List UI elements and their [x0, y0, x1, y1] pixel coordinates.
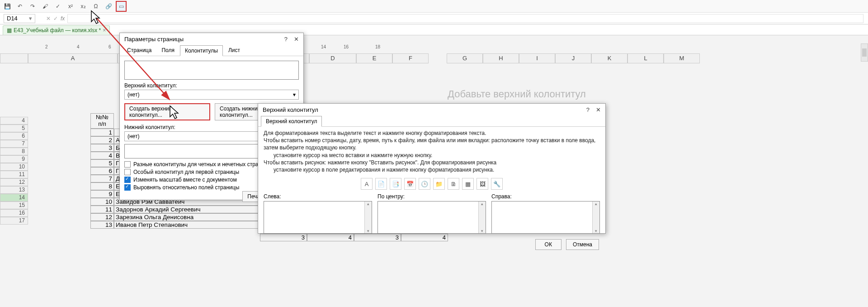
- cell-name[interactable]: Задорнов Аркадий Сергеевич: [114, 206, 259, 213]
- fx-icon[interactable]: fx: [61, 15, 65, 22]
- sheet-name-icon[interactable]: ▦: [462, 178, 474, 190]
- row-header[interactable]: 17: [0, 217, 28, 225]
- cell-num[interactable]: 10: [90, 198, 114, 206]
- row-header[interactable]: 15: [0, 201, 28, 209]
- undo-icon[interactable]: ↶: [14, 1, 25, 12]
- checkbox-odd-even[interactable]: [124, 161, 131, 168]
- col-header[interactable]: K: [591, 53, 627, 63]
- row-header[interactable]: 13: [0, 186, 28, 194]
- format-painter-icon[interactable]: 🖌: [40, 1, 51, 12]
- save-icon[interactable]: 💾: [2, 1, 13, 12]
- right-section-label: Справа:: [491, 193, 600, 200]
- col-header[interactable]: I: [519, 53, 555, 63]
- cell-num[interactable]: 6: [90, 167, 114, 175]
- tab-margins[interactable]: Поля: [157, 45, 179, 56]
- page-count-icon[interactable]: 📑: [390, 178, 401, 190]
- redo-icon[interactable]: ↷: [27, 1, 38, 12]
- formula-input[interactable]: [67, 14, 863, 23]
- cell-num[interactable]: 2: [90, 136, 114, 144]
- row-header[interactable]: 12: [0, 178, 28, 186]
- instruction-line: Чтобы вставить рисунок: нажмите кнопку "…: [264, 159, 600, 166]
- row-header[interactable]: 5: [0, 125, 28, 132]
- scrollbar[interactable]: ▴▾: [364, 201, 372, 233]
- ruler-mark: 16: [344, 44, 349, 49]
- cell-num[interactable]: 11: [90, 206, 114, 213]
- tab-sheet[interactable]: Лист: [224, 45, 245, 56]
- row-header[interactable]: 11: [0, 171, 28, 178]
- help-icon[interactable]: ?: [284, 36, 288, 43]
- checkbox-align-margins[interactable]: [124, 184, 131, 191]
- dialog-title: Верхний колонтитул: [263, 106, 318, 113]
- date-icon[interactable]: 📅: [404, 178, 416, 190]
- ok-button[interactable]: ОК: [535, 239, 561, 250]
- workbook-tab[interactable]: ▦ E43_Учебный файл — копия.xlsx * ×: [3, 25, 110, 35]
- row-header[interactable]: 4: [0, 117, 28, 125]
- row-headers: 4567891011121314151617: [0, 117, 28, 225]
- header-combo[interactable]: (нет)▾: [124, 90, 299, 100]
- superscript-icon[interactable]: x²: [65, 1, 76, 12]
- cell-num[interactable]: 3: [90, 144, 114, 152]
- checkbox-scale[interactable]: [124, 177, 131, 183]
- dialog-tabs: Страница Поля Колонтитулы Лист: [120, 45, 303, 56]
- cell-reference-box[interactable]: D14 ▾: [4, 14, 35, 23]
- row-header[interactable]: 16: [0, 209, 28, 217]
- row-header[interactable]: 8: [0, 148, 28, 155]
- col-header[interactable]: A: [28, 53, 118, 63]
- omega-icon[interactable]: Ω: [90, 1, 101, 12]
- tab-header[interactable]: Верхний колонтитул: [261, 116, 322, 127]
- col-header[interactable]: D: [309, 53, 356, 63]
- col-header[interactable]: G: [447, 53, 483, 63]
- right-section-input[interactable]: ▴▾: [491, 201, 600, 234]
- row-header[interactable]: 6: [0, 132, 28, 140]
- col-header[interactable]: L: [627, 53, 664, 63]
- cell-num[interactable]: 7: [90, 175, 114, 182]
- row-header[interactable]: 9: [0, 155, 28, 163]
- center-section-input[interactable]: ▴▾: [377, 201, 486, 234]
- row-header[interactable]: 7: [0, 140, 28, 148]
- cell-num[interactable]: 8: [90, 182, 114, 190]
- spellcheck-icon[interactable]: ✓: [52, 1, 63, 12]
- help-icon[interactable]: ?: [586, 106, 590, 113]
- col-header[interactable]: E: [356, 53, 392, 63]
- scrollbar[interactable]: ▴▾: [592, 201, 599, 233]
- cancel-formula-icon[interactable]: ✕: [46, 15, 51, 22]
- file-name-icon[interactable]: 🗎: [448, 178, 459, 190]
- close-tab-icon[interactable]: ×: [103, 27, 106, 34]
- chevron-down-icon: ▾: [293, 91, 296, 98]
- insert-picture-icon[interactable]: 🖼: [476, 178, 488, 190]
- time-icon[interactable]: 🕒: [419, 178, 430, 190]
- col-header[interactable]: M: [664, 53, 700, 63]
- cell-num[interactable]: 5: [90, 159, 114, 167]
- col-header[interactable]: J: [555, 53, 591, 63]
- link-icon[interactable]: 🔗: [103, 1, 114, 12]
- cell-name[interactable]: Зарезина Ольга Денисовна: [114, 213, 259, 221]
- accept-formula-icon[interactable]: ✓: [53, 15, 58, 22]
- file-path-icon[interactable]: 📁: [433, 178, 445, 190]
- page-number-icon[interactable]: 📄: [375, 178, 387, 190]
- cell-name[interactable]: Иванов Петр Степанович: [114, 221, 259, 229]
- cell-num[interactable]: 4: [90, 152, 114, 159]
- row-header[interactable]: 14: [0, 194, 28, 201]
- left-section-input[interactable]: ▴▾: [264, 201, 372, 234]
- close-icon[interactable]: ✕: [596, 106, 601, 113]
- create-header-button[interactable]: Создать верхний колонтитул...: [124, 103, 210, 120]
- cell-num[interactable]: 9: [90, 190, 114, 198]
- font-format-icon[interactable]: A: [361, 178, 373, 190]
- close-icon[interactable]: ✕: [294, 36, 299, 43]
- select-all-corner[interactable]: [0, 53, 28, 63]
- row-header[interactable]: 10: [0, 163, 28, 171]
- scrollbar[interactable]: ▴▾: [478, 201, 486, 233]
- tab-headers-footers[interactable]: Колонтитулы: [180, 45, 223, 56]
- subscript-icon[interactable]: x₂: [78, 1, 89, 12]
- checkbox-first-page[interactable]: [124, 169, 131, 175]
- format-picture-icon[interactable]: 🔧: [491, 178, 503, 190]
- cell-num[interactable]: 12: [90, 213, 114, 221]
- header-placeholder[interactable]: Добавьте верхний колонтитул: [448, 88, 586, 100]
- cancel-button[interactable]: Отмена: [566, 239, 599, 250]
- col-header[interactable]: H: [483, 53, 519, 63]
- tab-page[interactable]: Страница: [123, 45, 156, 56]
- cell-num[interactable]: 13: [90, 221, 114, 229]
- col-header[interactable]: F: [392, 53, 429, 63]
- cell-num[interactable]: 1: [90, 129, 114, 136]
- header-footer-icon[interactable]: ▭: [116, 1, 127, 12]
